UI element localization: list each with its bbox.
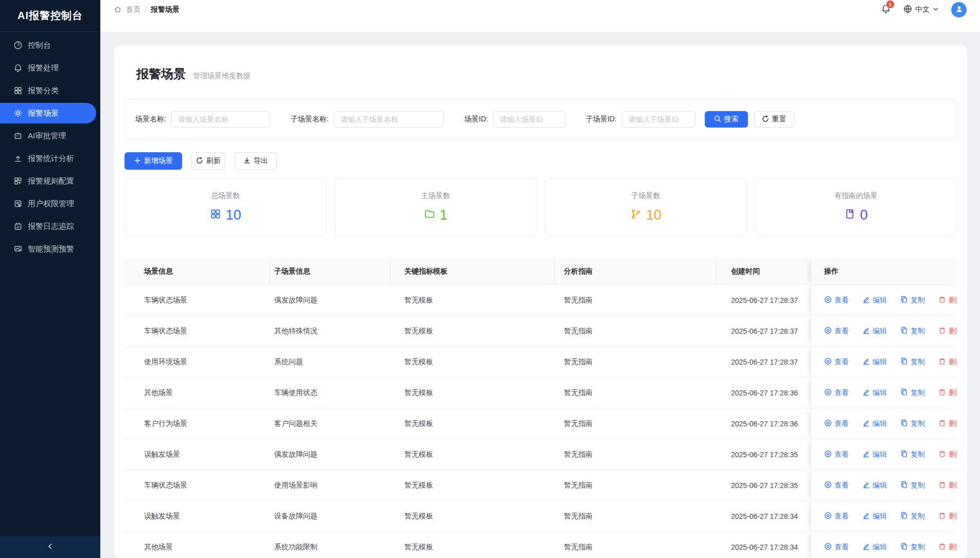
view-button[interactable]: 查看	[824, 388, 849, 398]
scene-id-input[interactable]	[493, 111, 565, 128]
copy-button[interactable]: 复制	[900, 543, 925, 552]
search-icon	[714, 115, 721, 124]
actions-cell: 查看 编辑 复制 删除	[811, 285, 957, 315]
delete-button[interactable]: 删除	[938, 512, 957, 521]
delete-button[interactable]: 删除	[938, 481, 957, 490]
eye-icon	[824, 388, 832, 398]
delete-button[interactable]: 删除	[938, 419, 957, 428]
chart-up-icon	[13, 154, 23, 163]
sidebar-item-alarm-handling[interactable]: 报警处理	[0, 58, 96, 78]
table-row: 误触发场景 偶发故障问题 暂无模板 暂无指南 2025-06-27 17:28:…	[124, 439, 957, 470]
copy-button[interactable]: 复制	[900, 419, 925, 428]
refresh-button[interactable]: 刷新	[191, 152, 225, 170]
created-cell: 2025-06-27 17:28:36	[717, 377, 811, 408]
delete-button[interactable]: 删除	[938, 296, 957, 305]
view-button[interactable]: 查看	[824, 481, 849, 490]
edit-button[interactable]: 编辑	[862, 357, 887, 367]
created-cell: 2025-06-27 17:28:35	[717, 439, 811, 470]
view-button[interactable]: 查看	[824, 419, 849, 428]
refresh-button-label: 刷新	[206, 156, 221, 166]
trash-icon	[938, 327, 946, 336]
sidebar-item-smart-prediction[interactable]: 智能预测预警	[0, 239, 96, 259]
edit-button[interactable]: 编辑	[862, 419, 887, 428]
template-cell: 暂无模板	[390, 347, 555, 377]
content-area: 报警场景 管理场景维度数据 场景名称: 子场景名称: 场景ID: 子	[100, 32, 980, 558]
sidebar-item-label: 报警分类	[28, 86, 59, 96]
sidebar-item-dashboard[interactable]: 控制台	[0, 35, 96, 56]
sidebar-item-alarm-rules[interactable]: 报警规则配置	[0, 171, 96, 191]
edit-button[interactable]: 编辑	[862, 450, 887, 459]
copy-button[interactable]: 复制	[900, 327, 925, 336]
sidebar-item-label: 报警处理	[28, 63, 59, 73]
actions-cell: 查看 编辑 复制 删除	[811, 408, 957, 439]
pencil-icon	[862, 512, 870, 521]
sub-scene-name-input[interactable]	[334, 111, 444, 128]
sub-scene-cell: 偶发故障问题	[270, 285, 390, 315]
sidebar-item-alarm-scene[interactable]: 报警场景	[0, 103, 96, 123]
filter-label: 场景名称:	[135, 115, 166, 124]
delete-button[interactable]: 删除	[938, 450, 957, 459]
view-button[interactable]: 查看	[824, 296, 849, 305]
delete-button[interactable]: 删除	[938, 357, 957, 367]
scene-cell: 客户行为场景	[124, 408, 270, 439]
sidebar-item-label: 报警场景	[28, 109, 59, 118]
actions-cell: 查看 编辑 复制 删除	[811, 347, 957, 377]
copy-button[interactable]: 复制	[900, 481, 925, 490]
edit-button[interactable]: 编辑	[862, 327, 887, 336]
sidebar-item-label: 报警规则配置	[28, 176, 74, 186]
sidebar-collapse-button[interactable]	[0, 536, 100, 558]
pencil-icon	[862, 419, 870, 428]
delete-button[interactable]: 删除	[938, 327, 957, 336]
sidebar-item-ai-approval[interactable]: AI审批管理	[0, 125, 96, 146]
view-button[interactable]: 查看	[824, 357, 849, 367]
edit-button[interactable]: 编辑	[862, 388, 887, 398]
view-button[interactable]: 查看	[824, 450, 849, 459]
delete-button[interactable]: 删除	[938, 388, 957, 398]
copy-button[interactable]: 复制	[900, 512, 925, 521]
created-cell: 2025-06-27 17:28:37	[717, 316, 811, 346]
copy-icon	[900, 327, 908, 336]
edit-button[interactable]: 编辑	[862, 512, 887, 521]
user-avatar[interactable]	[951, 2, 967, 17]
sub-scene-cell: 客户问题相关	[270, 408, 390, 439]
export-button[interactable]: 导出	[235, 152, 277, 170]
search-button[interactable]: 搜索	[705, 111, 748, 128]
template-cell: 暂无模板	[390, 377, 555, 408]
language-selector[interactable]: 中文	[903, 5, 939, 15]
copy-button[interactable]: 复制	[900, 450, 925, 459]
table-row: 使用环境场景 系统问题 暂无模板 暂无指南 2025-06-27 17:28:3…	[124, 347, 957, 377]
reset-button[interactable]: 重置	[754, 111, 794, 128]
notification-badge: 5	[886, 0, 895, 9]
edit-button[interactable]: 编辑	[862, 543, 887, 552]
copy-button[interactable]: 复制	[900, 357, 925, 367]
edit-button[interactable]: 编辑	[862, 296, 887, 305]
stat-label: 有指南的场景	[834, 191, 878, 201]
view-button[interactable]: 查看	[824, 512, 849, 521]
edit-button[interactable]: 编辑	[862, 481, 887, 490]
sidebar-item-alarm-category[interactable]: 报警分类	[0, 80, 96, 101]
breadcrumb-separator: /	[145, 6, 147, 14]
scene-name-input[interactable]	[171, 111, 270, 128]
sidebar-item-label: AI审批管理	[28, 131, 66, 141]
table-row: 其他场景 车辆使用状态 暂无模板 暂无指南 2025-06-27 17:28:3…	[124, 377, 957, 408]
delete-button[interactable]: 删除	[938, 543, 957, 552]
view-button[interactable]: 查看	[824, 327, 849, 336]
sidebar-item-alarm-statistics[interactable]: 报警统计分析	[0, 148, 96, 169]
breadcrumb-home[interactable]: 首页	[126, 5, 140, 14]
add-scene-button[interactable]: 新增场景	[124, 152, 182, 170]
sub-scene-id-input[interactable]	[622, 111, 696, 128]
stat-label: 子场景数	[631, 191, 660, 201]
sidebar-item-user-permission[interactable]: 用户权限管理	[0, 193, 96, 214]
copy-button[interactable]: 复制	[900, 388, 925, 398]
sub-scene-cell: 车辆使用状态	[270, 377, 390, 408]
trash-icon	[938, 450, 946, 459]
sidebar-item-alarm-log[interactable]: 报警日志追踪	[0, 216, 96, 237]
eye-icon	[824, 512, 832, 521]
copy-button[interactable]: 复制	[900, 296, 925, 305]
page-title: 报警场景	[136, 66, 186, 82]
stat-sub-scenes: 子场景数 10	[545, 178, 747, 236]
stat-value: 1	[440, 207, 448, 223]
view-button[interactable]: 查看	[824, 543, 849, 552]
notification-button[interactable]: 5	[881, 4, 891, 16]
actions-cell: 查看 编辑 复制 删除	[811, 439, 957, 470]
